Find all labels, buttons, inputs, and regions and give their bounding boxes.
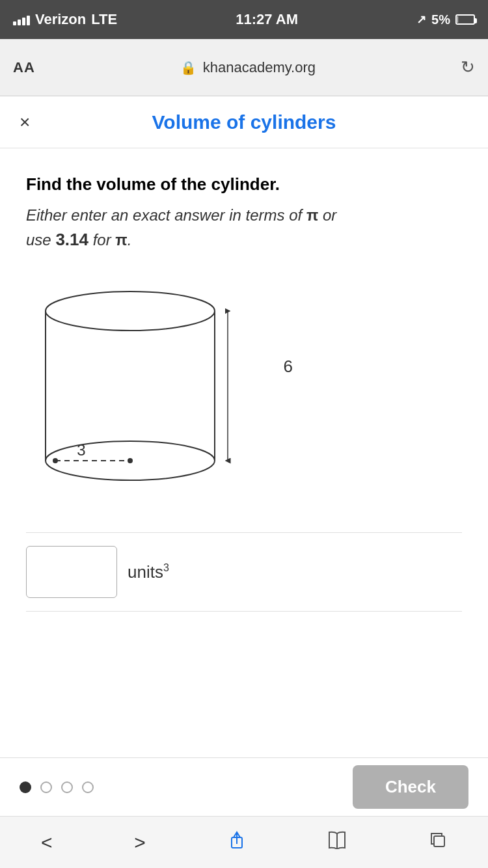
dot-2 [40, 781, 52, 793]
svg-rect-0 [46, 311, 215, 461]
bottom-nav: < > [0, 816, 488, 868]
units-label: units3 [128, 562, 169, 582]
bottom-bar: Check [0, 757, 488, 816]
refresh-icon[interactable]: ↻ [461, 57, 475, 77]
forward-button[interactable]: > [134, 832, 146, 854]
signal-bars [13, 14, 30, 25]
aa-label[interactable]: AA [13, 59, 35, 76]
status-bar: Verizon LTE 11:27 AM ↗ 5% [0, 0, 488, 39]
page-title: Volume of cylinders [152, 111, 336, 133]
subtitle-part2: or [323, 206, 336, 224]
share-button[interactable] [228, 830, 246, 855]
cylinder-svg: 3 [26, 278, 247, 493]
units-text: units [128, 562, 163, 582]
status-left: Verizon LTE [13, 11, 117, 28]
progress-dots [20, 781, 94, 793]
content-area: × Volume of cylinders Find the volume of… [0, 96, 488, 625]
nav-bar: × Volume of cylinders [0, 96, 488, 148]
answer-area: units3 [26, 532, 462, 612]
subtitle-part1: Either enter an exact answer in terms of [26, 206, 302, 224]
units-exponent: 3 [163, 562, 169, 573]
diagram-container: 3 6 [26, 278, 462, 500]
svg-rect-13 [434, 836, 444, 847]
cylinder-diagram: 3 6 [26, 278, 260, 500]
answer-input[interactable] [26, 546, 117, 598]
url-container: 🔒 khanacademy.org [35, 59, 461, 76]
dot-1 [20, 781, 31, 793]
pi-symbol: π [306, 206, 318, 224]
time-label: 11:27 AM [236, 11, 298, 28]
close-button[interactable]: × [20, 112, 30, 133]
height-label: 6 [284, 357, 293, 377]
book-button[interactable] [327, 831, 347, 854]
carrier-label: Verizon [35, 11, 86, 28]
svg-text:3: 3 [77, 441, 85, 459]
dot-4 [82, 781, 94, 793]
location-icon: ↗ [416, 12, 426, 27]
lock-icon: 🔒 [180, 60, 197, 75]
battery-icon [455, 14, 475, 25]
url-label[interactable]: khanacademy.org [203, 59, 316, 76]
dot-3 [61, 781, 73, 793]
subtitle-period: . [128, 231, 132, 249]
pi-symbol2: π [115, 231, 127, 249]
question-title: Find the volume of the cylinder. [26, 174, 462, 195]
check-button[interactable]: Check [353, 765, 468, 809]
question-subtitle: Either enter an exact answer in terms of… [26, 204, 462, 252]
network-label: LTE [91, 11, 117, 28]
copy-button[interactable] [429, 831, 447, 854]
svg-point-7 [128, 458, 133, 463]
svg-point-3 [46, 292, 215, 331]
subtitle-part4: for [93, 231, 111, 249]
browser-bar: AA 🔒 khanacademy.org ↻ [0, 39, 488, 96]
back-button[interactable]: < [41, 832, 53, 854]
status-right: ↗ 5% [416, 12, 475, 27]
battery-label: 5% [431, 12, 450, 27]
main-content: Find the volume of the cylinder. Either … [0, 148, 488, 625]
subtitle-part3: use [26, 231, 51, 249]
svg-point-6 [53, 458, 58, 463]
pi-value: 3.14 [55, 230, 88, 249]
